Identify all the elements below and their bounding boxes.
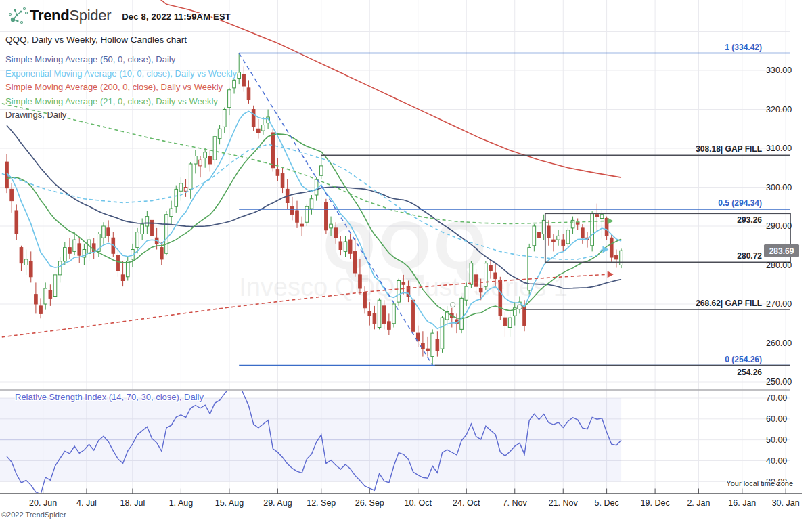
current-price-badge: 283.69 — [764, 244, 799, 257]
svg-text:283.69: 283.69 — [769, 246, 794, 256]
svg-text:268.62| GAP FILL: 268.62| GAP FILL — [696, 299, 762, 308]
svg-text:15. Aug: 15. Aug — [215, 498, 244, 508]
svg-text:7. Nov: 7. Nov — [503, 498, 528, 508]
svg-text:280.72: 280.72 — [737, 251, 762, 261]
svg-text:270.00: 270.00 — [766, 299, 792, 309]
svg-text:12. Sep: 12. Sep — [307, 498, 336, 508]
svg-text:250.00: 250.00 — [766, 377, 792, 387]
copyright-footer: ©2022 TrendSpider — [1, 510, 66, 519]
svg-text:0.5 (294.34): 0.5 (294.34) — [718, 198, 762, 208]
trendspider-chart-page: { "header": { "logo_primary": "Trend", "… — [0, 0, 812, 522]
logo-text: TrendSpider — [30, 7, 111, 24]
svg-text:280.00: 280.00 — [766, 261, 792, 270]
svg-text:QQQ: QQQ — [323, 207, 489, 283]
svg-text:30. Jan: 30. Jan — [772, 498, 800, 508]
svg-text:4. Jul: 4. Jul — [76, 498, 97, 508]
svg-text:330.00: 330.00 — [766, 66, 792, 75]
svg-text:2. Jan: 2. Jan — [687, 498, 710, 508]
svg-text:5. Dec: 5. Dec — [595, 498, 619, 508]
svg-text:310.00: 310.00 — [766, 144, 792, 153]
svg-text:290.00: 290.00 — [766, 221, 792, 231]
chart-datetime: Dec 8, 2022 11:59AM EST — [122, 9, 231, 22]
legend-item-drawings[interactable]: Drawings, Daily — [5, 108, 237, 123]
rsi-indicator-label[interactable]: Relative Strength Index (14, 70, 30, clo… — [15, 392, 204, 402]
svg-text:18. Jul: 18. Jul — [120, 498, 145, 508]
indicator-legend: Simple Moving Average (50, 0, close), Da… — [5, 53, 237, 123]
time-axis[interactable]: 20. Jun4. Jul18. Jul1. Aug15. Aug29. Aug… — [0, 489, 802, 508]
svg-text:0 (254.26): 0 (254.26) — [725, 355, 762, 364]
svg-text:50.00: 50.00 — [766, 435, 787, 445]
logo-text-trend: Trend — [30, 7, 69, 24]
trendspider-logo-icon — [8, 6, 30, 24]
svg-text:21. Nov: 21. Nov — [549, 498, 579, 508]
svg-text:1 (334.42): 1 (334.42) — [725, 43, 762, 52]
timezone-note[interactable]: Your local time zone — [726, 479, 793, 487]
svg-text:40.00: 40.00 — [766, 456, 787, 466]
sma200_weekly-arrow-icon — [608, 271, 614, 278]
svg-text:260.00: 260.00 — [766, 339, 792, 348]
svg-text:1. Aug: 1. Aug — [169, 498, 193, 508]
legend-item-sma50-daily[interactable]: Simple Moving Average (50, 0, close), Da… — [5, 53, 237, 67]
svg-text:320.00: 320.00 — [766, 105, 792, 114]
svg-text:308.18| GAP FILL: 308.18| GAP FILL — [696, 144, 762, 154]
svg-text:293.26: 293.26 — [737, 215, 762, 225]
svg-text:24. Oct: 24. Oct — [453, 498, 480, 508]
svg-text:20. Jun: 20. Jun — [29, 498, 57, 508]
legend-item-sma200[interactable]: Simple Moving Average (200, 0, close), D… — [5, 81, 237, 95]
svg-text:254.26: 254.26 — [737, 368, 762, 377]
logo-text-spider: Spider — [69, 7, 111, 24]
header: TrendSpider Dec 8, 2022 11:59AM EST — [8, 6, 231, 24]
legend-item-sma21[interactable]: Simple Moving Average (21, 0, close), Da… — [5, 95, 237, 109]
svg-text:10. Oct: 10. Oct — [405, 498, 432, 508]
svg-text:29. Aug: 29. Aug — [263, 498, 292, 508]
chart-title: QQQ, Daily vs Weekly, Hollow Candles cha… — [5, 35, 187, 45]
svg-text:300.00: 300.00 — [766, 183, 792, 192]
svg-text:19. Dec: 19. Dec — [641, 498, 670, 508]
svg-text:16. Jan: 16. Jan — [728, 498, 756, 508]
sma21_weekly-arrow-icon — [608, 218, 614, 225]
svg-text:60.00: 60.00 — [766, 414, 787, 424]
svg-text:70.00: 70.00 — [766, 393, 787, 403]
legend-item-ema10-weekly[interactable]: Exponential Moving Average (10, 0, close… — [5, 67, 237, 81]
svg-text:26. Sep: 26. Sep — [355, 498, 384, 508]
ema10_weekly-line — [2, 144, 602, 259]
price-axis[interactable]: 330.00320.00310.00300.00290.00280.00270.… — [766, 66, 792, 486]
